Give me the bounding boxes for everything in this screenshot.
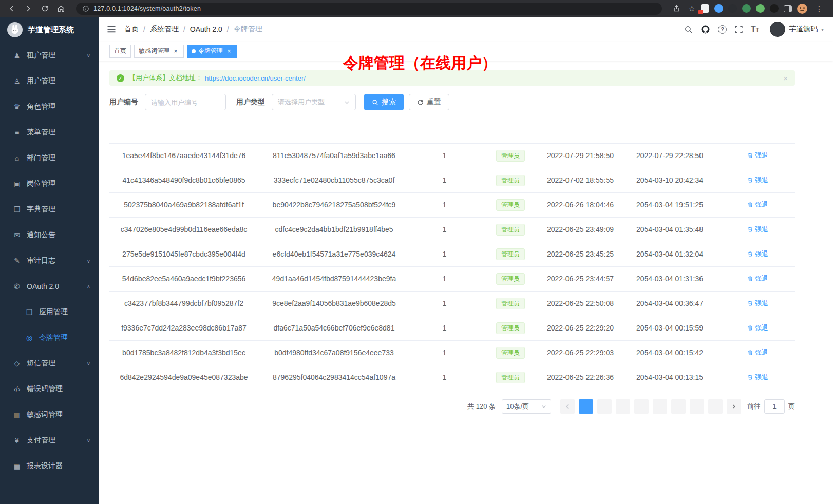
sidebar-menu-item[interactable]: ♛ 角色管理 — [0, 94, 99, 120]
breadcrumb-item[interactable]: 系统管理 — [150, 25, 179, 34]
next-page-button[interactable] — [727, 399, 741, 414]
force-logout-button[interactable]: 强退 — [747, 373, 768, 382]
user-menu[interactable]: 芋道源码 ▾ — [770, 22, 824, 37]
extension-puzzle-icon[interactable] — [756, 4, 765, 13]
alert-close-icon[interactable]: × — [783, 74, 788, 83]
doc-link[interactable]: https://doc.iocoder.cn/user-center/ — [205, 74, 306, 82]
force-logout-button[interactable]: 强退 — [747, 348, 768, 357]
sidebar-menu-item[interactable]: ¥ 支付管理 ∨ — [0, 428, 99, 453]
sidebar-menu-item[interactable]: ◇ 短信管理 ∨ — [0, 351, 99, 376]
page-button[interactable] — [708, 399, 723, 414]
page-button[interactable] — [634, 399, 649, 414]
prev-page-button[interactable] — [560, 399, 575, 414]
sidebar-menu-item[interactable]: ✆ OAuth 2.0 ∧ — [0, 274, 99, 299]
user-id-input[interactable] — [145, 94, 226, 110]
chevron-down-icon — [541, 404, 546, 409]
breadcrumb-item[interactable]: 首页 — [124, 25, 139, 34]
back-icon[interactable] — [5, 3, 18, 15]
forward-icon[interactable] — [22, 3, 35, 15]
fullscreen-icon[interactable] — [734, 25, 743, 34]
sidebar-menu-item[interactable]: ♙ 用户管理 — [0, 68, 99, 94]
user-type-tag: 管理员 — [496, 224, 525, 236]
page-size-select[interactable]: 10条/页 — [502, 399, 551, 414]
sidebar-menu-item[interactable]: ♟ 租户管理 ∨ — [0, 43, 99, 68]
font-size-icon[interactable]: TT — [751, 25, 759, 34]
reset-button[interactable]: 重置 — [409, 94, 449, 110]
sidebar-menu-item[interactable]: ▥ 敏感词管理 — [0, 402, 99, 428]
menu-item-label: 通知公告 — [27, 230, 55, 240]
share-icon[interactable] — [670, 3, 684, 15]
sidebar-menu-item[interactable]: ≡ 菜单管理 — [0, 120, 99, 145]
table-row: c342377bf8b344799dcbf7bf095287f2 9ce8ef2… — [109, 291, 795, 316]
menu-item-label: 报表设计器 — [27, 461, 63, 471]
user-type-cell: 管理员 — [479, 217, 542, 242]
home-icon[interactable] — [54, 3, 68, 15]
search-button[interactable]: 搜索 — [364, 94, 404, 110]
goto-page-input[interactable] — [764, 399, 785, 414]
action-cell: 强退 — [721, 242, 795, 266]
breadcrumb-item[interactable]: 令牌管理 — [234, 25, 262, 34]
extension-icon[interactable] — [742, 4, 751, 13]
menu-item-icon: ✉ — [11, 231, 23, 239]
force-logout-button[interactable]: 强退 — [747, 323, 768, 333]
sidebar-menu-item[interactable]: ✎ 审计日志 ∨ — [0, 248, 99, 274]
sidebar-menu-item[interactable]: ‹/› 错误码管理 — [0, 376, 99, 402]
sidebar-menu-item[interactable]: ⌂ 部门管理 — [0, 145, 99, 171]
force-logout-button[interactable]: 强退 — [747, 151, 768, 160]
force-logout-button[interactable]: 强退 — [747, 274, 768, 283]
menu-item-icon: ‹/› — [11, 385, 23, 393]
force-logout-button[interactable]: 强退 — [747, 200, 768, 209]
extension-icon[interactable] — [728, 4, 737, 13]
sidebar-menu-item[interactable]: ▣ 岗位管理 — [0, 171, 99, 197]
help-icon[interactable]: ? — [718, 25, 727, 34]
close-icon[interactable]: × — [172, 48, 179, 55]
reload-icon[interactable] — [38, 3, 51, 15]
page-button[interactable] — [671, 399, 686, 414]
sidebar-menu-item[interactable]: ✉ 通知公告 — [0, 222, 99, 248]
delete-icon — [747, 251, 753, 257]
view-tab[interactable]: 令牌管理 × — [187, 45, 237, 58]
menu-item-label: 菜单管理 — [27, 128, 55, 137]
action-cell: 强退 — [721, 291, 795, 316]
sidebar-menu-item[interactable]: ▦ 报表设计器 — [0, 453, 99, 479]
user-type-tag: 管理员 — [496, 322, 525, 334]
pagination: 共 120 条 10条/页 前往 页 — [109, 399, 795, 414]
page-button[interactable] — [579, 399, 593, 414]
access-token-cell: 275e5de9151045fe87cbdc395e004f4d — [109, 242, 258, 266]
close-icon[interactable]: × — [225, 48, 233, 55]
expire-time-cell: 2022-07-29 22:28:50 — [619, 143, 721, 168]
url-bar[interactable]: 127.0.0.1:1024/system/oauth2/token — [76, 3, 662, 15]
extension-icon[interactable] — [770, 4, 779, 13]
extension-icon[interactable] — [714, 4, 723, 13]
force-logout-button[interactable]: 强退 — [747, 299, 768, 308]
search-icon[interactable] — [684, 25, 693, 34]
site-info-icon[interactable] — [82, 5, 89, 12]
user-type-select[interactable]: 请选择用户类型 — [272, 94, 356, 110]
sidebar-menu-item[interactable]: ❑ 应用管理 — [0, 299, 99, 325]
browser-profile-avatar[interactable] — [797, 4, 807, 14]
more-menu-icon[interactable]: ⋮ — [812, 3, 826, 15]
page-button[interactable] — [616, 399, 630, 414]
user-id-cell: 1 — [410, 291, 479, 316]
menu-item-icon: ⌂ — [11, 154, 23, 162]
force-logout-button[interactable]: 强退 — [747, 176, 768, 185]
page-button[interactable] — [597, 399, 612, 414]
view-tab[interactable]: 首页 — [109, 45, 131, 58]
page-button[interactable] — [653, 399, 667, 414]
total-count: 共 120 条 — [467, 402, 496, 411]
page-button[interactable] — [690, 399, 704, 414]
extension-icon[interactable] — [701, 4, 709, 13]
force-logout-button[interactable]: 强退 — [747, 249, 768, 259]
app-title: 芋道管理系统 — [28, 25, 74, 35]
sidebar-menu-item[interactable]: ❒ 字典管理 — [0, 197, 99, 222]
sidebar-toggle-icon[interactable] — [107, 25, 116, 33]
token-table: 1ea5e44f8bc1467aaede43144f31de76 811c530… — [109, 122, 795, 390]
sidebar-menu-item[interactable]: ◎ 令牌管理 — [0, 325, 99, 351]
github-icon[interactable] — [701, 25, 710, 34]
bookmark-star-icon[interactable]: ☆ — [689, 4, 695, 13]
view-tab[interactable]: 敏感词管理 × — [134, 45, 184, 58]
breadcrumb-item[interactable]: OAuth 2.0 — [190, 25, 222, 33]
side-panel-icon[interactable] — [784, 5, 792, 12]
force-logout-button[interactable]: 强退 — [747, 225, 768, 234]
view-tab-label: 令牌管理 — [198, 47, 223, 55]
